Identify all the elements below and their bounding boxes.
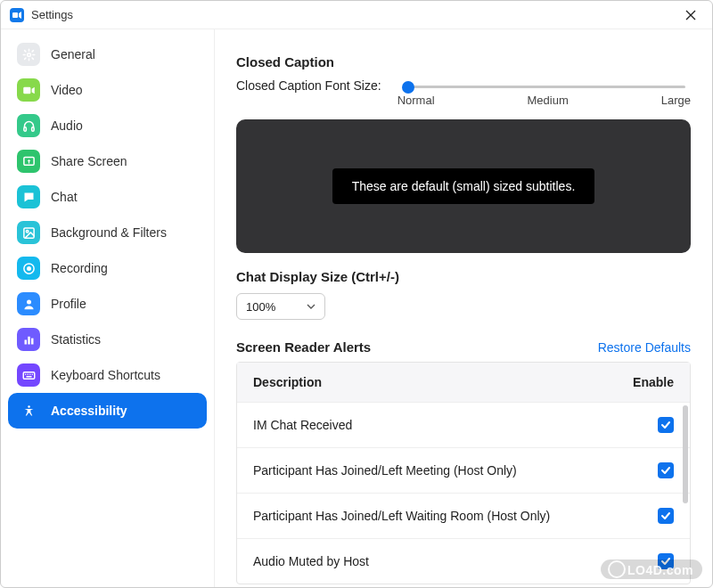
sidebar-item-chat[interactable]: Chat [8, 179, 207, 215]
sidebar-item-share-screen[interactable]: Share Screen [8, 143, 207, 179]
enable-checkbox[interactable] [658, 462, 674, 478]
alerts-header: Description Enable [237, 363, 690, 402]
window-title: Settings [31, 8, 73, 21]
closed-caption-heading: Closed Caption [236, 54, 691, 69]
watermark: LO4D.com [601, 559, 702, 579]
svg-rect-2 [23, 86, 30, 94]
app-icon [10, 8, 24, 22]
sidebar-item-keyboard-shortcuts[interactable]: Keyboard Shortcuts [8, 357, 207, 393]
svg-point-15 [28, 405, 30, 408]
col-enable: Enable [633, 375, 674, 389]
check-icon [660, 420, 671, 430]
sidebar-item-label: Share Screen [51, 154, 127, 168]
table-scrollbar[interactable] [683, 405, 688, 503]
sidebar-item-background-filters[interactable]: Background & Filters [8, 215, 207, 250]
profile-icon [17, 292, 40, 315]
alert-description: Participant Has Joined/Left Waiting Room… [253, 509, 658, 523]
alert-row: Participant Has Joined/Left Waiting Room… [237, 493, 690, 538]
alert-description: Participant Has Joined/Left Meeting (Hos… [253, 463, 658, 478]
sidebar: GeneralVideoAudioShare ScreenChatBackgro… [1, 29, 215, 587]
share-screen-icon [17, 150, 40, 173]
svg-point-9 [27, 266, 31, 271]
svg-rect-3 [23, 127, 26, 130]
record-icon [17, 257, 40, 280]
slider-tick-medium: Medium [528, 94, 569, 107]
sidebar-item-label: General [51, 47, 95, 61]
screen-reader-alerts-heading: Screen Reader Alerts [236, 339, 371, 355]
close-button[interactable] [678, 3, 703, 28]
svg-rect-12 [28, 336, 30, 344]
titlebar: Settings [1, 1, 712, 29]
restore-defaults-link[interactable]: Restore Defaults [598, 340, 691, 355]
alerts-table: Description Enable IM Chat ReceivedParti… [236, 362, 691, 584]
check-icon [660, 465, 671, 476]
slider-tick-normal: Normal [397, 94, 435, 107]
slider-knob[interactable] [402, 81, 414, 94]
cc-font-size-label: Closed Caption Font Size: [236, 78, 381, 93]
alert-description: Audio Muted by Host [253, 554, 658, 568]
sidebar-item-video[interactable]: Video [8, 72, 207, 108]
sidebar-item-statistics[interactable]: Statistics [8, 322, 207, 357]
background-icon [17, 221, 40, 244]
statistics-icon [17, 328, 40, 351]
svg-rect-11 [24, 339, 27, 344]
alert-row: IM Chat Received [237, 402, 690, 447]
cc-preview: These are default (small) sized subtitle… [236, 119, 691, 253]
slider-tick-large: Large [661, 94, 691, 107]
sidebar-item-general[interactable]: General [8, 37, 207, 72]
enable-checkbox[interactable] [658, 508, 674, 524]
gear-icon [17, 43, 40, 66]
svg-rect-0 [12, 12, 18, 18]
chat-icon [17, 185, 40, 208]
headphones-icon [17, 114, 40, 137]
svg-rect-14 [23, 372, 35, 379]
svg-point-7 [26, 230, 29, 233]
sidebar-item-accessibility[interactable]: Accessibility [8, 393, 207, 429]
sidebar-item-label: Statistics [51, 332, 101, 347]
cc-font-size-slider[interactable] [403, 86, 685, 88]
chat-display-size-heading: Chat Display Size (Ctrl+/-) [236, 269, 691, 284]
close-icon [685, 10, 696, 20]
sidebar-item-label: Keyboard Shortcuts [51, 368, 160, 382]
video-icon [17, 78, 40, 102]
svg-point-10 [27, 299, 31, 304]
svg-rect-4 [31, 127, 34, 130]
content-pane: Closed Caption Closed Caption Font Size:… [215, 29, 712, 587]
alert-description: IM Chat Received [253, 418, 658, 432]
enable-checkbox[interactable] [658, 417, 674, 433]
keyboard-icon [17, 363, 40, 387]
alert-row: Participant Has Joined/Left Meeting (Hos… [237, 447, 690, 493]
sidebar-item-label: Chat [51, 190, 78, 204]
sidebar-item-label: Audio [51, 118, 83, 133]
chevron-down-icon [307, 302, 316, 311]
sidebar-item-label: Video [51, 83, 83, 97]
accessibility-icon [17, 399, 40, 422]
sidebar-item-audio[interactable]: Audio [8, 108, 207, 143]
sidebar-item-profile[interactable]: Profile [8, 286, 207, 322]
check-icon [660, 510, 671, 521]
settings-window: Settings GeneralVideoAudioShare ScreenCh… [0, 0, 713, 588]
sidebar-item-label: Accessibility [51, 404, 127, 418]
svg-rect-6 [23, 227, 33, 237]
sidebar-item-recording[interactable]: Recording [8, 250, 207, 286]
chat-display-size-value: 100% [246, 300, 275, 314]
svg-rect-13 [31, 338, 34, 344]
sidebar-item-label: Profile [51, 297, 86, 311]
cc-subtitle-sample: These are default (small) sized subtitle… [332, 168, 595, 204]
sidebar-item-label: Background & Filters [51, 225, 167, 240]
sidebar-item-label: Recording [51, 261, 108, 275]
chat-display-size-select[interactable]: 100% [236, 293, 325, 320]
svg-point-1 [27, 53, 30, 56]
col-description: Description [253, 375, 322, 389]
